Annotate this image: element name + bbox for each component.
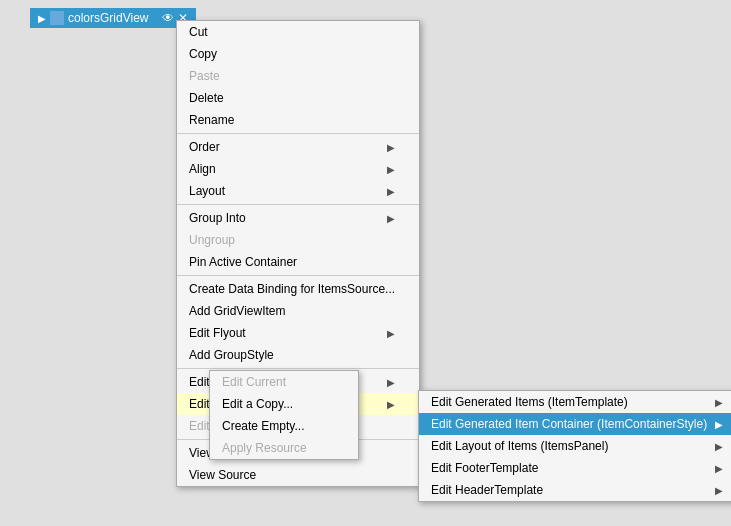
submenu2-item-edit-generated-items[interactable]: Edit Generated Items (ItemTemplate)▶ (419, 391, 731, 413)
menu-label-edit-flyout: Edit Flyout (189, 326, 246, 340)
menu-item-add-gridviewitem[interactable]: Add GridViewItem (177, 300, 419, 322)
expand-icon[interactable]: ▶ (38, 13, 46, 24)
menu-item-create-data-binding[interactable]: Create Data Binding for ItemsSource... (177, 278, 419, 300)
menu-label-order: Order (189, 140, 220, 154)
menu-label-add-groupstyle: Add GroupStyle (189, 348, 274, 362)
menu-label-ungroup: Ungroup (189, 233, 235, 247)
submenu1-item-apply-resource: Apply Resource (210, 437, 358, 459)
submenu2-item-edit-footer-template[interactable]: Edit FooterTemplate▶ (419, 457, 731, 479)
submenu-arrow-edit-flyout: ▶ (387, 328, 395, 339)
menu-item-rename[interactable]: Rename (177, 109, 419, 131)
menu-item-ungroup: Ungroup (177, 229, 419, 251)
menu-item-add-groupstyle[interactable]: Add GroupStyle (177, 344, 419, 366)
submenu-arrow-order: ▶ (387, 142, 395, 153)
menu-item-delete[interactable]: Delete (177, 87, 419, 109)
submenu-arrow-edit-template: ▶ (387, 377, 395, 388)
menu-item-pin-active[interactable]: Pin Active Container (177, 251, 419, 273)
template-options-submenu: Edit Generated Items (ItemTemplate)▶Edit… (418, 390, 731, 502)
submenu2-item-edit-layout-of-items[interactable]: Edit Layout of Items (ItemsPanel)▶ (419, 435, 731, 457)
menu-item-layout[interactable]: Layout▶ (177, 180, 419, 202)
submenu1-label-edit-current: Edit Current (222, 375, 286, 389)
menu-item-copy[interactable]: Copy (177, 43, 419, 65)
submenu1-label-edit-a-copy: Edit a Copy... (222, 397, 293, 411)
title-label: colorsGridView (68, 11, 148, 25)
separator-sep2 (177, 204, 419, 205)
separator-sep4 (177, 368, 419, 369)
submenu2-arrow-edit-generated-item-container: ▶ (715, 419, 723, 430)
submenu2-label-edit-footer-template: Edit FooterTemplate (431, 461, 538, 475)
menu-item-edit-flyout[interactable]: Edit Flyout▶ (177, 322, 419, 344)
submenu1-label-apply-resource: Apply Resource (222, 441, 307, 455)
submenu2-label-edit-layout-of-items: Edit Layout of Items (ItemsPanel) (431, 439, 608, 453)
menu-label-rename: Rename (189, 113, 234, 127)
submenu2-arrow-edit-header-template: ▶ (715, 485, 723, 496)
menu-item-align[interactable]: Align▶ (177, 158, 419, 180)
menu-label-paste: Paste (189, 69, 220, 83)
menu-label-layout: Layout (189, 184, 225, 198)
submenu2-label-edit-header-template: Edit HeaderTemplate (431, 483, 543, 497)
menu-label-cut: Cut (189, 25, 208, 39)
menu-label-create-data-binding: Create Data Binding for ItemsSource... (189, 282, 395, 296)
submenu-arrow-edit-additional-templates: ▶ (387, 399, 395, 410)
submenu2-arrow-edit-layout-of-items: ▶ (715, 441, 723, 452)
separator-sep3 (177, 275, 419, 276)
menu-item-group-into[interactable]: Group Into▶ (177, 207, 419, 229)
menu-label-view-source: View Source (189, 468, 256, 482)
title-bar: ▶ colorsGridView 👁 ✕ (30, 8, 196, 28)
menu-label-align: Align (189, 162, 216, 176)
submenu-arrow-layout: ▶ (387, 186, 395, 197)
separator-sep1 (177, 133, 419, 134)
submenu-arrow-group-into: ▶ (387, 213, 395, 224)
submenu2-arrow-edit-generated-items: ▶ (715, 397, 723, 408)
menu-item-order[interactable]: Order▶ (177, 136, 419, 158)
menu-label-delete: Delete (189, 91, 224, 105)
menu-label-group-into: Group Into (189, 211, 246, 225)
submenu1-item-edit-current: Edit Current (210, 371, 358, 393)
submenu2-arrow-edit-footer-template: ▶ (715, 463, 723, 474)
grid-icon (50, 11, 64, 25)
submenu1-item-edit-a-copy[interactable]: Edit a Copy... (210, 393, 358, 415)
submenu1-item-create-empty[interactable]: Create Empty... (210, 415, 358, 437)
submenu-arrow-align: ▶ (387, 164, 395, 175)
menu-item-cut[interactable]: Cut (177, 21, 419, 43)
submenu2-label-edit-generated-item-container: Edit Generated Item Container (ItemConta… (431, 417, 707, 431)
submenu2-label-edit-generated-items: Edit Generated Items (ItemTemplate) (431, 395, 628, 409)
menu-item-view-source[interactable]: View Source (177, 464, 419, 486)
submenu1-label-create-empty: Create Empty... (222, 419, 304, 433)
menu-label-copy: Copy (189, 47, 217, 61)
menu-label-add-gridviewitem: Add GridViewItem (189, 304, 286, 318)
menu-item-paste: Paste (177, 65, 419, 87)
submenu2-item-edit-generated-item-container[interactable]: Edit Generated Item Container (ItemConta… (419, 413, 731, 435)
menu-label-pin-active: Pin Active Container (189, 255, 297, 269)
edit-additional-templates-submenu: Edit CurrentEdit a Copy...Create Empty..… (209, 370, 359, 460)
eye-icon[interactable]: 👁 (162, 11, 174, 25)
submenu2-item-edit-header-template[interactable]: Edit HeaderTemplate▶ (419, 479, 731, 501)
